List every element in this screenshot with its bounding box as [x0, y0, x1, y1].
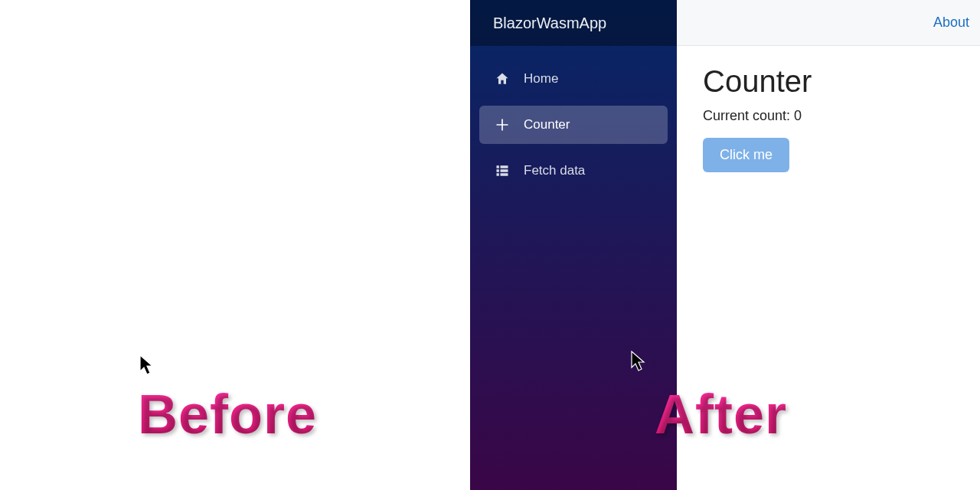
click-me-button[interactable]: Click me — [703, 138, 789, 172]
plus-icon — [495, 117, 510, 132]
sidebar: BlazorWasmApp Home Counter — [470, 0, 677, 490]
sidebar-item-counter[interactable]: Counter — [479, 106, 668, 144]
brand-title: BlazorWasmApp — [493, 15, 606, 32]
sidebar-item-label: Home — [524, 71, 558, 87]
overlay-label-after: After — [655, 383, 787, 446]
overlay-label-before: Before — [138, 383, 317, 446]
page-content: Counter Current count: 0 Click me — [677, 46, 980, 191]
nav: Home Counter Fetch data — [470, 46, 677, 204]
page-title: Counter — [703, 64, 954, 99]
sidebar-item-home[interactable]: Home — [479, 60, 668, 98]
brand-bar: BlazorWasmApp — [470, 0, 677, 46]
topbar: About — [677, 0, 980, 46]
sidebar-item-fetch-data[interactable]: Fetch data — [479, 152, 668, 190]
counter-value: Current count: 0 — [703, 108, 954, 124]
sidebar-item-label: Fetch data — [524, 163, 585, 178]
home-icon — [495, 71, 510, 87]
sidebar-item-label: Counter — [524, 117, 570, 132]
list-icon — [495, 163, 510, 178]
about-link[interactable]: About — [933, 15, 969, 31]
